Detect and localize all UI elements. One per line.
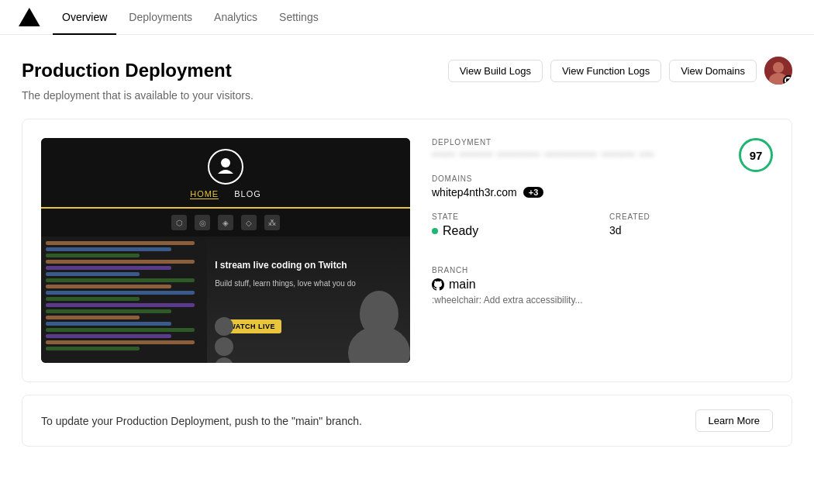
preview-nav: HOME BLOG (57, 189, 395, 199)
commit-message: :wheelchair: Add extra accessibility... (432, 295, 773, 306)
branch-label: BRANCH (432, 266, 773, 274)
preview-icon-2: ◎ (195, 215, 210, 230)
code-line (46, 309, 171, 313)
avatar[interactable] (764, 57, 792, 85)
nav-tabs: Overview Deployments Analytics Settings (53, 0, 328, 34)
code-line (46, 254, 140, 257)
code-line (46, 297, 140, 301)
state-value: Ready (432, 224, 595, 238)
tab-analytics[interactable]: Analytics (205, 0, 267, 35)
code-line (46, 285, 171, 288)
created-section: CREATED 3d (609, 212, 773, 238)
preview-nav-home: HOME (190, 189, 219, 199)
view-function-logs-button[interactable]: View Function Logs (550, 60, 661, 82)
tab-deployments[interactable]: Deployments (119, 0, 202, 35)
svg-point-5 (348, 326, 410, 363)
preview-code-panel (41, 236, 207, 363)
mini-avatar-2 (215, 337, 233, 356)
preview-nav-blog: BLOG (234, 189, 261, 199)
branch-name: main (449, 278, 476, 292)
svg-point-1 (773, 62, 784, 73)
svg-point-3 (221, 158, 230, 167)
page-title: Production Deployment (22, 60, 232, 81)
main-content: Production Deployment View Build Logs Vi… (0, 35, 814, 447)
code-line (46, 272, 140, 276)
page-subtitle: The deployment that is available to your… (22, 89, 792, 102)
state-text: Ready (443, 224, 478, 238)
branch-section: BRANCH main :wheelchair: Add extra acces… (432, 266, 773, 306)
preview-social-icons: ⬡ ◎ ◈ ◇ ⁂ (41, 209, 410, 236)
header-actions: View Build Logs View Function Logs View … (448, 57, 792, 85)
state-section: STATE Ready (432, 212, 595, 238)
github-icon (432, 278, 444, 291)
code-line (46, 291, 195, 295)
deployment-preview[interactable]: HOME BLOG ⬡ ◎ ◈ ◇ ⁂ (41, 138, 410, 363)
preview-icon-5: ⁂ (264, 215, 280, 230)
deployment-info-panel: 97 DEPLOYMENT ••••• ••••••• ••••••••• ••… (432, 138, 773, 363)
domains-section: DOMAINS whitep4nth3r.com +3 (432, 174, 773, 198)
preview-icon-1: ⬡ (171, 215, 187, 230)
created-label: CREATED (609, 212, 773, 221)
deployment-id-section: DEPLOYMENT ••••• ••••••• ••••••••• •••••… (432, 138, 773, 161)
tab-settings[interactable]: Settings (270, 0, 328, 35)
created-value: 3d (609, 224, 773, 236)
code-line (46, 260, 195, 264)
tab-overview[interactable]: Overview (53, 0, 116, 35)
mini-avatar-1 (215, 317, 233, 336)
code-line (46, 322, 171, 326)
state-label: STATE (432, 212, 595, 221)
code-line (46, 247, 171, 251)
view-domains-button[interactable]: View Domains (669, 60, 757, 82)
preview-icon-3: ◈ (218, 215, 233, 230)
header-row: Production Deployment View Build Logs Vi… (22, 57, 792, 85)
banner-text: To update your Production Deployment, pu… (41, 415, 362, 427)
navigation: Overview Deployments Analytics Settings (0, 0, 814, 35)
code-line (46, 334, 171, 338)
domains-row: whitep4nth3r.com +3 (432, 186, 773, 198)
deployment-label: DEPLOYMENT (432, 138, 773, 147)
info-banner: To update your Production Deployment, pu… (22, 395, 792, 447)
code-line (46, 303, 195, 307)
preview-content: I stream live coding on Twitch Build stu… (41, 236, 410, 363)
code-line (46, 278, 195, 282)
preview-person-image (317, 283, 410, 363)
code-line (46, 340, 195, 344)
view-build-logs-button[interactable]: View Build Logs (448, 60, 543, 82)
vercel-logo (19, 6, 40, 28)
preview-sidebar-avatars (215, 317, 233, 363)
branch-row: main (432, 278, 773, 292)
code-line (46, 316, 140, 319)
preview-stream-panel: I stream live coding on Twitch Build stu… (207, 236, 410, 363)
code-line (46, 328, 195, 332)
deployment-card: HOME BLOG ⬡ ◎ ◈ ◇ ⁂ (22, 119, 792, 382)
preview-icon-4: ◇ (241, 215, 257, 230)
learn-more-button[interactable]: Learn More (695, 409, 773, 432)
primary-domain[interactable]: whitep4nth3r.com (432, 186, 517, 198)
deployment-id: ••••• ••••••• ••••••••• ••••••••••• ••••… (432, 150, 773, 161)
code-line (46, 266, 171, 270)
preview-site-header: HOME BLOG (41, 138, 410, 207)
code-line (46, 241, 195, 245)
domains-label: DOMAINS (432, 174, 773, 183)
code-line (46, 347, 140, 350)
state-created-grid: STATE Ready CREATED 3d (432, 212, 773, 252)
preview-stream-title: I stream live coding on Twitch (215, 260, 402, 271)
ready-indicator (432, 228, 438, 234)
mini-avatar-3 (215, 357, 233, 363)
github-avatar-icon (783, 75, 792, 85)
extra-domains-badge[interactable]: +3 (523, 187, 544, 198)
